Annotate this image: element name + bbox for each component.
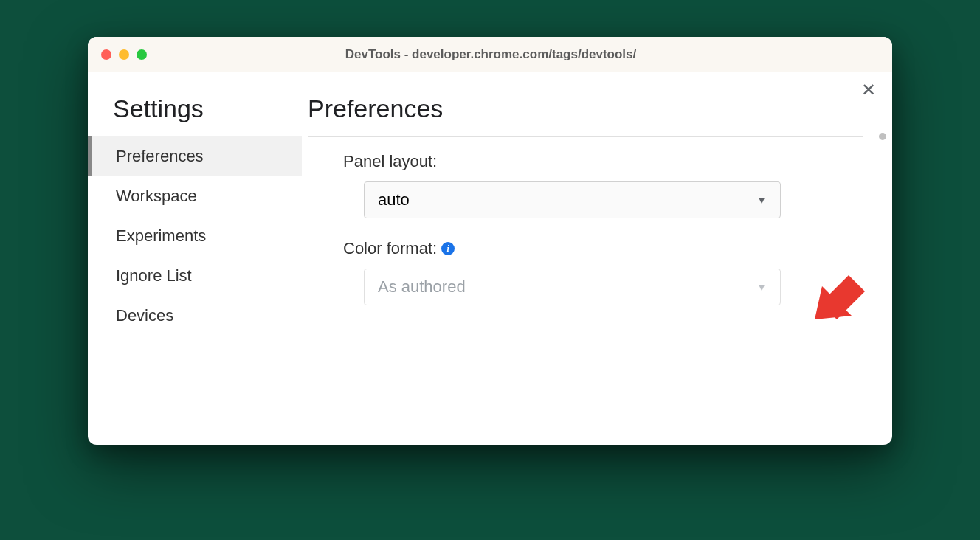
chevron-down-icon: ▼ — [756, 194, 767, 206]
sidebar-item-label: Ignore List — [116, 266, 192, 285]
sidebar-item-devices[interactable]: Devices — [88, 296, 302, 336]
traffic-lights — [101, 49, 147, 60]
maximize-window-button[interactable] — [137, 49, 147, 60]
setting-label-text: Panel layout: — [343, 152, 437, 171]
window-titlebar: DevTools - developer.chrome.com/tags/dev… — [88, 37, 892, 72]
preferences-title: Preferences — [308, 94, 863, 137]
sidebar-item-label: Devices — [116, 306, 173, 325]
settings-sidebar: Settings Preferences Workspace Experimen… — [88, 72, 302, 445]
sidebar-title: Settings — [88, 94, 302, 136]
settings-content: ✕ Settings Preferences Workspace Experim… — [88, 72, 892, 445]
sidebar-item-preferences[interactable]: Preferences — [88, 136, 302, 176]
scrollbar-thumb[interactable] — [879, 133, 886, 140]
sidebar-item-label: Experiments — [116, 226, 206, 245]
sidebar-item-ignore-list[interactable]: Ignore List — [88, 256, 302, 296]
panel-layout-setting: Panel layout: auto ▼ — [308, 152, 863, 218]
chevron-down-icon: ▼ — [756, 281, 767, 293]
select-value: As authored — [378, 277, 466, 297]
select-value: auto — [378, 190, 410, 210]
devtools-settings-window: DevTools - developer.chrome.com/tags/dev… — [88, 37, 892, 445]
close-window-button[interactable] — [101, 49, 111, 60]
color-format-select[interactable]: As authored ▼ — [364, 269, 781, 305]
info-icon[interactable]: i — [441, 242, 455, 255]
setting-label-text: Color format: — [343, 239, 437, 258]
sidebar-item-workspace[interactable]: Workspace — [88, 176, 302, 216]
panel-layout-label: Panel layout: — [343, 152, 833, 171]
panel-layout-select[interactable]: auto ▼ — [364, 181, 781, 218]
color-format-label: Color format: i — [343, 239, 833, 258]
window-title: DevTools - developer.chrome.com/tags/dev… — [147, 47, 879, 62]
sidebar-item-label: Workspace — [116, 187, 197, 205]
sidebar-item-experiments[interactable]: Experiments — [88, 216, 302, 256]
sidebar-item-label: Preferences — [116, 147, 204, 165]
preferences-panel: Preferences Panel layout: auto ▼ Color f… — [302, 72, 892, 445]
color-format-setting: Color format: i As authored ▼ — [308, 239, 863, 305]
minimize-window-button[interactable] — [119, 49, 129, 60]
